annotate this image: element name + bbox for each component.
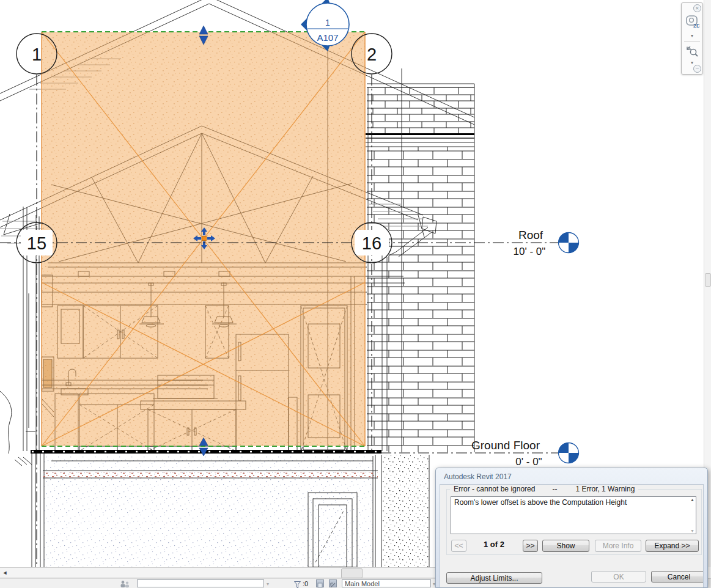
vertical-scrollbar-thumb[interactable] bbox=[705, 273, 711, 287]
editable-only-icon[interactable] bbox=[316, 579, 324, 587]
ok-button[interactable]: OK bbox=[591, 571, 646, 582]
error-message-text: Room's lower offset is above the Computa… bbox=[451, 497, 696, 508]
error-dialog-titlebar[interactable]: Autodesk Revit 2017 bbox=[436, 468, 707, 484]
pager-prev-button[interactable]: << bbox=[451, 540, 466, 552]
filter-count-label: :0 bbox=[303, 580, 308, 587]
navigation-bar[interactable]: ✕ 2D ▾ ▾ – bbox=[681, 2, 703, 75]
scroll-left-arrow-icon[interactable]: ◄ bbox=[0, 568, 10, 578]
level-head-icon[interactable] bbox=[559, 233, 579, 253]
svg-text:2: 2 bbox=[367, 45, 377, 64]
navbar-close-icon[interactable]: ✕ bbox=[693, 4, 701, 12]
worksets-icon[interactable] bbox=[119, 579, 130, 588]
pager-position-label: 1 of 2 bbox=[476, 540, 512, 549]
expand-button[interactable]: Expand >> bbox=[646, 540, 699, 552]
steering-wheel-2d-icon[interactable]: 2D bbox=[685, 14, 699, 31]
level-ground-elevation: 0' - 0" bbox=[515, 456, 542, 468]
navbar-collapse-icon[interactable]: – bbox=[693, 65, 701, 73]
navbar-divider bbox=[684, 41, 700, 42]
wheel-dropdown-caret-icon[interactable]: ▾ bbox=[685, 34, 699, 39]
steering-wheel-2d-label: 2D bbox=[693, 23, 699, 29]
message-scroll-down-icon[interactable]: ▼ bbox=[690, 529, 694, 533]
error-dialog-client: Error - cannot be ignored--1 Error, 1 Wa… bbox=[440, 484, 704, 587]
exclude-options-icon[interactable] bbox=[329, 579, 337, 587]
error-severity-label: Error - cannot be ignored bbox=[454, 485, 535, 493]
svg-text:16: 16 bbox=[362, 233, 381, 253]
section-sheet-number: A107 bbox=[317, 32, 338, 43]
error-header-separator: -- bbox=[552, 485, 557, 493]
revit-window: Roof 10' - 0" Ground Floor 0' - 0" 1 bbox=[0, 0, 711, 588]
error-groupbox: Error - cannot be ignored--1 Error, 1 Wa… bbox=[446, 489, 702, 555]
error-dialog: Autodesk Revit 2017 Error - cannot be ig… bbox=[435, 468, 708, 588]
design-option-combobox[interactable]: Main Model bbox=[342, 579, 431, 587]
show-button[interactable]: Show bbox=[542, 540, 589, 552]
svg-text:15: 15 bbox=[27, 233, 46, 253]
workset-combobox[interactable] bbox=[137, 579, 264, 587]
horizontal-scrollbar-thumb[interactable] bbox=[341, 568, 363, 578]
error-counts-label: 1 Error, 1 Warning bbox=[575, 485, 635, 493]
filter-icon[interactable] bbox=[294, 580, 301, 588]
section-detail-number: 1 bbox=[325, 18, 330, 28]
level-ground-name: Ground Floor bbox=[471, 439, 540, 452]
level-roof-elevation: 10' - 0" bbox=[514, 246, 546, 257]
level-head-icon[interactable] bbox=[559, 443, 579, 463]
error-dialog-title: Autodesk Revit 2017 bbox=[444, 472, 512, 481]
svg-text:1: 1 bbox=[32, 45, 42, 64]
level-roof-name: Roof bbox=[518, 229, 543, 241]
message-scroll-up-icon[interactable]: ▲ bbox=[690, 498, 694, 502]
error-groupbox-label: Error - cannot be ignored--1 Error, 1 Wa… bbox=[450, 485, 638, 493]
adjust-limits-button[interactable]: Adjust Limits... bbox=[446, 572, 542, 584]
pager-next-button[interactable]: >> bbox=[523, 540, 538, 552]
zoom-tool-icon[interactable] bbox=[685, 43, 699, 61]
workset-combo-caret-icon[interactable]: ▾ bbox=[267, 581, 269, 587]
error-message-box[interactable]: Room's lower offset is above the Computa… bbox=[451, 496, 696, 534]
horizontal-scrollbar[interactable]: ◄ bbox=[0, 567, 435, 578]
cancel-button[interactable]: Cancel bbox=[651, 571, 704, 582]
more-info-button[interactable]: More Info bbox=[595, 540, 641, 552]
